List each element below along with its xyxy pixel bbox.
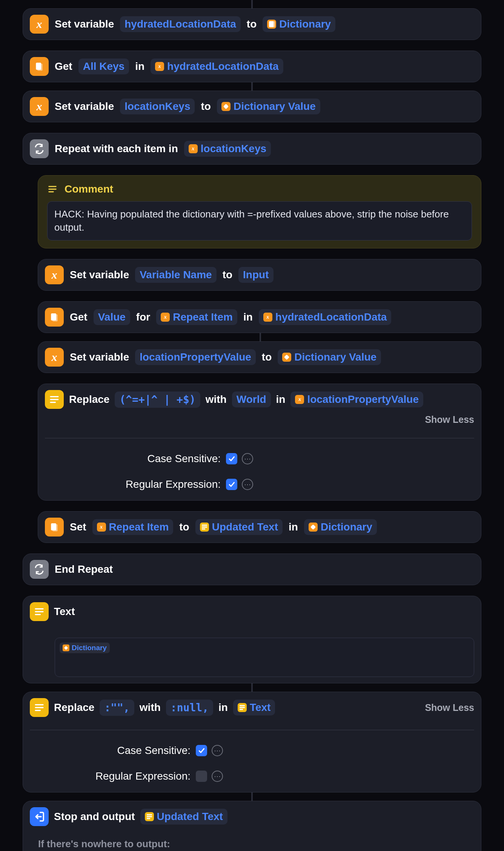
keyword-to: to (201, 100, 211, 113)
svg-rect-23 (64, 646, 68, 650)
value-chip[interactable]: Updated Text (195, 519, 283, 535)
action-set-variable-locationKeys[interactable]: x Set variable locationKeys to Dictionar… (23, 91, 481, 122)
dest-chip[interactable]: Dictionary (304, 519, 377, 535)
source-var-chip[interactable]: x hydratedLocationData (259, 309, 392, 325)
option-case-sensitive: Case Sensitive: ⋯ (45, 449, 474, 469)
action-get-all-keys[interactable]: Get All Keys in x hydratedLocationData (23, 51, 481, 82)
variable-icon: x (30, 15, 49, 34)
get-what-chip[interactable]: Value (94, 309, 130, 325)
magic-variable-icon (221, 102, 230, 111)
variable-name-chip[interactable]: locationPropertyValue (135, 349, 256, 365)
text-icon (45, 390, 64, 409)
target-var-chip[interactable]: x locationPropertyValue (290, 392, 423, 407)
action-text[interactable]: Text Dictionary (23, 596, 481, 683)
action-verb: End Repeat (55, 563, 113, 575)
output-var-chip[interactable]: Updated Text (140, 809, 227, 825)
option-regex: Regular Expression: ⋯ (30, 766, 474, 786)
get-what-chip[interactable]: All Keys (78, 59, 129, 74)
pattern-chip[interactable]: (^=+|^ | +$) (115, 392, 200, 408)
keyword-to: to (223, 269, 232, 281)
dictionary-icon (45, 308, 64, 327)
more-options-icon[interactable]: ⋯ (242, 479, 253, 490)
action-stop-output[interactable]: Stop and output Updated Text If there's … (23, 801, 481, 851)
dictionary-icon (30, 57, 49, 76)
action-verb: Set variable (70, 351, 129, 363)
text-icon (30, 698, 49, 717)
keyword-in: in (276, 393, 286, 405)
comment-icon (47, 184, 58, 194)
more-options-icon[interactable]: ⋯ (242, 453, 253, 464)
loop-var-chip[interactable]: x locationKeys (184, 141, 271, 157)
source-var-chip[interactable]: x hydratedLocationData (151, 59, 283, 74)
replacement-chip[interactable]: :null, (166, 700, 213, 716)
keyword-in: in (243, 311, 253, 323)
case-sensitive-checkbox[interactable] (196, 745, 207, 756)
action-set-variable-hydratedLocationData[interactable]: x Set variable hydratedLocationData to D… (23, 8, 481, 40)
action-verb: Get (55, 60, 72, 72)
action-verb: Replace (69, 393, 109, 405)
variable-mini-icon: x (155, 62, 164, 71)
more-options-icon[interactable]: ⋯ (212, 745, 223, 756)
action-verb: Replace (54, 701, 94, 714)
value-chip[interactable]: Dictionary Value (278, 349, 381, 365)
svg-rect-3 (37, 64, 43, 71)
value-chip[interactable]: Dictionary Value (217, 99, 320, 114)
action-get-value[interactable]: Get Value for x Repeat Item in x hydrate… (38, 301, 481, 333)
text-content-input[interactable]: Dictionary (55, 638, 474, 677)
keyword-with: with (206, 393, 227, 405)
svg-rect-19 (310, 524, 316, 530)
variable-icon: x (45, 265, 64, 284)
regex-checkbox[interactable] (196, 771, 207, 782)
text-icon (30, 602, 49, 621)
action-verb: Set variable (55, 18, 114, 30)
variable-name-chip[interactable]: hydratedLocationData (120, 16, 241, 32)
variable-icon: x (30, 97, 49, 116)
divider (30, 730, 474, 730)
text-mini-icon (238, 703, 247, 712)
action-verb: Stop and output (54, 811, 135, 823)
text-mini-icon (145, 812, 154, 821)
target-chip[interactable]: Text (233, 700, 275, 715)
action-set-variable-name[interactable]: x Set variable Variable Name to Input (38, 259, 481, 291)
action-repeat-each[interactable]: Repeat with each item in x locationKeys (23, 133, 481, 165)
variable-mini-icon: x (263, 313, 272, 322)
action-replace-regex[interactable]: Replace (^=+|^ | +$) with World in x loc… (38, 384, 481, 501)
action-set-variable-locationPropertyValue[interactable]: x Set variable locationPropertyValue to … (38, 341, 481, 373)
variable-icon: x (45, 348, 64, 367)
regex-checkbox[interactable] (226, 479, 237, 490)
repeat-icon (30, 560, 49, 579)
repeat-item-chip[interactable]: x Repeat Item (156, 309, 237, 325)
svg-rect-1 (270, 21, 275, 27)
magic-variable-icon (309, 523, 318, 532)
action-set-dictionary-value[interactable]: Set x Repeat Item to Updated Text in Dic… (38, 511, 481, 543)
variable-name-chip[interactable]: Variable Name (135, 267, 216, 283)
value-chip[interactable]: Input (238, 267, 273, 283)
more-options-icon[interactable]: ⋯ (212, 771, 223, 782)
action-end-repeat[interactable]: End Repeat (23, 553, 481, 585)
comment-title: Comment (65, 183, 113, 195)
keyword-to: to (262, 351, 272, 363)
divider (45, 438, 474, 438)
text-content-chip[interactable]: Dictionary (60, 643, 110, 653)
action-verb: Set variable (55, 100, 114, 113)
comment-block[interactable]: Comment HACK: Having populated the dicti… (38, 175, 481, 248)
action-replace-null[interactable]: Replace :"", with :null, in Text Show Le… (23, 692, 481, 792)
keyword-in: in (289, 521, 298, 533)
pattern-chip[interactable]: :"", (100, 700, 134, 716)
action-verb: Set (70, 521, 86, 533)
option-case-sensitive: Case Sensitive: ⋯ (30, 741, 474, 760)
action-verb: Get (70, 311, 88, 323)
variable-name-chip[interactable]: locationKeys (120, 99, 195, 114)
option-regex: Regular Expression: ⋯ (45, 475, 474, 494)
show-less-toggle[interactable]: Show Less (425, 414, 474, 425)
variable-mini-icon: x (295, 395, 304, 404)
text-mini-icon (200, 523, 209, 532)
replacement-chip[interactable]: World (232, 392, 271, 407)
case-sensitive-checkbox[interactable] (226, 453, 237, 464)
action-verb: Set variable (70, 269, 129, 281)
value-chip[interactable]: Dictionary (263, 16, 335, 32)
key-chip[interactable]: x Repeat Item (92, 519, 174, 535)
comment-body[interactable]: HACK: Having populated the dictionary wi… (47, 201, 472, 240)
variable-mini-icon: x (161, 313, 170, 322)
show-less-toggle[interactable]: Show Less (425, 702, 474, 713)
